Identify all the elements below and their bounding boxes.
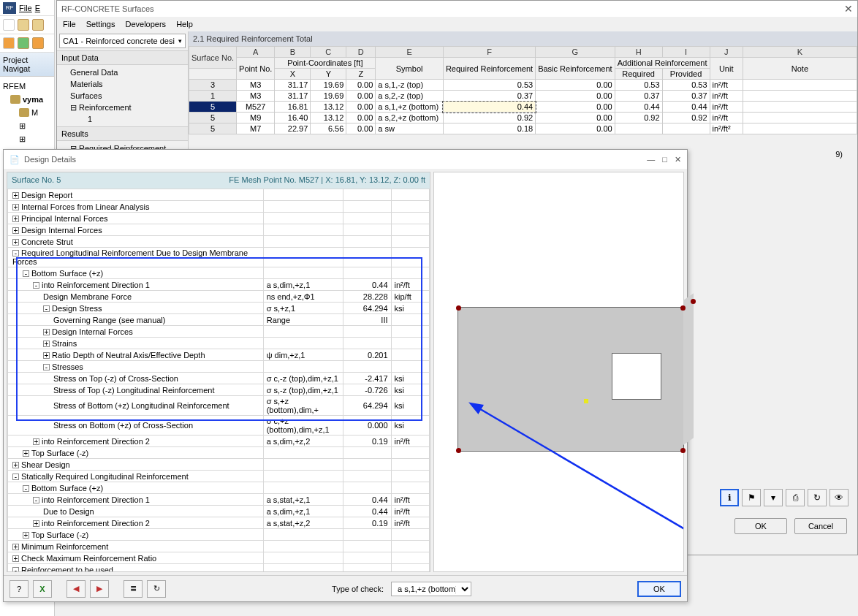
fe-point-marker: [584, 399, 588, 403]
project-navigator-title: Project Navigat: [0, 53, 54, 77]
refresh-button[interactable]: ↻: [147, 580, 166, 598]
tool-b3[interactable]: ⎙: [786, 489, 805, 506]
preview-3d[interactable]: [433, 172, 684, 572]
tool-b2[interactable]: ▾: [764, 489, 783, 506]
menu-developers[interactable]: Developers: [125, 20, 166, 28]
dd-title: Design Details: [24, 155, 76, 164]
dd-ok-button[interactable]: OK: [637, 581, 681, 597]
tree-reinf-1[interactable]: 1: [67, 113, 188, 125]
tree-project[interactable]: vyma: [23, 93, 43, 106]
rfem-menu-e[interactable]: E: [35, 4, 40, 12]
menu-settings[interactable]: Settings: [86, 20, 115, 28]
input-data-header: Input Data: [57, 50, 188, 65]
table-row[interactable]: 5M52716.8113.120.00a s,1,+z (bottom)0.44…: [189, 102, 857, 113]
help-button[interactable]: ?: [10, 580, 29, 598]
dd-close[interactable]: ✕: [675, 155, 681, 164]
project-tree[interactable]: RFEM vyma M ⊞ ⊞: [0, 77, 54, 148]
tool-b4[interactable]: ↻: [808, 489, 827, 506]
tree-general-data[interactable]: General Data: [67, 66, 188, 78]
tool-b1[interactable]: ⚑: [742, 489, 761, 506]
cancel-button[interactable]: Cancel: [794, 518, 847, 534]
menu-file[interactable]: File: [63, 20, 76, 28]
check-label: Type of check:: [332, 585, 384, 593]
ok-button[interactable]: OK: [734, 518, 787, 534]
tool-eye[interactable]: 👁: [829, 489, 848, 506]
results-header: Results: [57, 126, 188, 141]
dd-meta: FE Mesh Point No. M527 | X: 16.81, Y: 13…: [229, 175, 425, 186]
rfem-tool-a[interactable]: [3, 37, 15, 49]
tree-rfem[interactable]: RFEM: [3, 80, 26, 93]
tree-m[interactable]: M: [31, 106, 38, 119]
excel-button[interactable]: X: [33, 580, 52, 598]
table-row[interactable]: 1M331.1719.690.00a s,2,-z (top)0.370.000…: [189, 91, 857, 102]
rfem-logo: RF: [3, 2, 16, 14]
window-title: RF-CONCRETE Surfaces: [61, 4, 154, 13]
dd-max[interactable]: □: [662, 155, 667, 164]
note-extra: 9): [835, 150, 843, 159]
rfem-tool-b[interactable]: [18, 37, 29, 49]
next-button[interactable]: ▶: [90, 580, 109, 598]
window-close[interactable]: ✕: [844, 3, 853, 15]
prev-button[interactable]: ◀: [67, 580, 86, 598]
table-row[interactable]: 5M722.976.560.00a sw0.180.00in²/ft²: [189, 123, 857, 134]
rfem-tool-save[interactable]: [32, 19, 44, 31]
view-toolbar: ℹ ⚑ ▾ ⎙ ↻ 👁: [720, 489, 848, 506]
section-title: 2.1 Required Reinforcement Total: [189, 31, 857, 46]
list-button[interactable]: ≣: [124, 580, 143, 598]
table-row[interactable]: 3M331.1719.690.00a s,1,-z (top)0.530.000…: [189, 80, 857, 91]
rfem-tool-new[interactable]: [3, 19, 15, 31]
detail-tree-panel[interactable]: Surface No. 5 FE Mesh Point No. M527 | X…: [7, 172, 430, 572]
rfem-tool-c[interactable]: [32, 37, 44, 49]
design-details-window: 📄 Design Details — □ ✕ Surface No. 5 FE …: [3, 149, 688, 602]
dd-surface: Surface No. 5: [12, 175, 61, 186]
result-grid[interactable]: Surface No. A B C D E F G H I J K Point …: [189, 46, 857, 134]
menu-help[interactable]: Help: [176, 20, 193, 28]
slab-shape: [458, 307, 684, 452]
tree-materials[interactable]: Materials: [67, 78, 188, 90]
table-row[interactable]: 5M916.4013.120.00a s,2,+z (bottom)0.920.…: [189, 113, 857, 123]
info-button[interactable]: ℹ: [720, 489, 739, 506]
rfem-tool-open[interactable]: [18, 19, 29, 31]
tree-reinforcement[interactable]: ⊟ Reinforcement: [67, 102, 188, 113]
dd-min[interactable]: —: [647, 155, 655, 164]
tree-surfaces[interactable]: Surfaces: [67, 90, 188, 102]
case-combo[interactable]: CA1 - Reinforced concrete desi▾: [59, 34, 186, 48]
rfem-menu-file[interactable]: File: [19, 4, 32, 12]
check-select[interactable]: a s,1,+z (bottom): [391, 582, 471, 596]
